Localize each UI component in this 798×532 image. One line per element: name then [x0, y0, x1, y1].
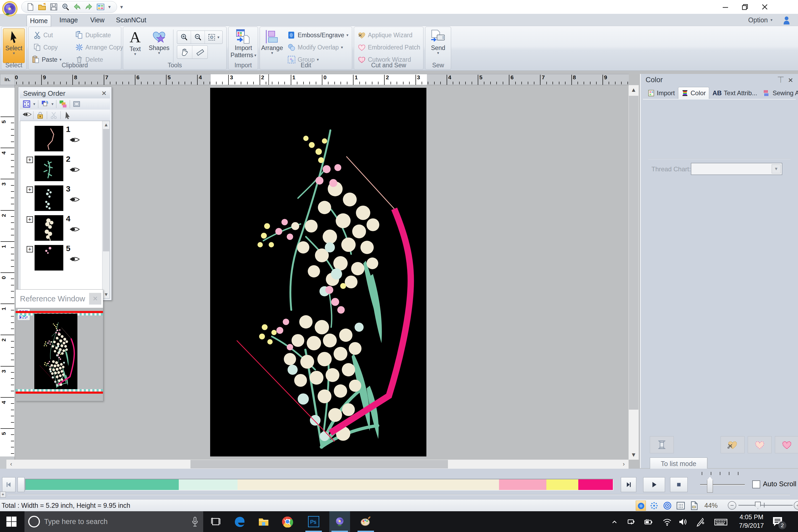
chrome-icon[interactable] [277, 511, 298, 532]
tab-home[interactable]: Home [26, 15, 51, 26]
tab-scanncut[interactable]: ScanNCut [114, 14, 148, 26]
option-menu[interactable]: Option▾ [748, 14, 773, 26]
auto-scroll-checkbox[interactable] [752, 480, 760, 488]
app-logo-flower-icon[interactable] [2, 1, 18, 17]
edge-browser-icon[interactable] [229, 511, 250, 532]
expand-plus-icon[interactable]: + [26, 157, 33, 163]
taskbar-clock[interactable]: 4:05 PM 7/9/2017 [737, 513, 766, 530]
user-account-icon[interactable] [783, 16, 791, 24]
tray-pen-icon[interactable] [696, 517, 705, 527]
so-overlap-icon[interactable] [41, 100, 49, 108]
sewing-order-item[interactable]: 1 [20, 125, 110, 155]
microphone-icon[interactable] [191, 517, 198, 527]
status-document-icon[interactable] [689, 500, 699, 511]
tray-volume-icon[interactable] [678, 517, 688, 527]
tray-battery-icon[interactable] [644, 517, 653, 527]
sewing-order-scrollbar[interactable]: ▲▼ [102, 121, 110, 298]
tab-sewing-attributes[interactable]: Sewing At... [760, 87, 798, 99]
task-view-button[interactable] [205, 511, 226, 532]
go-to-start-button[interactable] [2, 477, 15, 492]
thread-chart-select[interactable]: ▼ [691, 163, 782, 175]
vertical-scrollbar-thumb[interactable] [629, 96, 639, 410]
sewing-item-thumbnail[interactable] [35, 126, 63, 151]
measure-button[interactable] [192, 46, 208, 58]
import-patterns-button[interactable]: Import Patterns▾ [230, 29, 257, 63]
scroll-up-icon[interactable]: ▲ [629, 85, 639, 95]
sewing-item-thumbnail[interactable] [35, 245, 63, 270]
design-settings-icon[interactable] [97, 3, 104, 11]
so-color-blocks-icon[interactable] [59, 100, 67, 108]
sewing-order-item[interactable]: +5 [20, 244, 110, 274]
design-canvas[interactable] [210, 88, 426, 456]
zoom-slider-track[interactable] [738, 505, 793, 506]
tray-power-icon[interactable] [626, 517, 636, 527]
copy-button[interactable]: Copy [33, 43, 58, 51]
sewing-order-titlebar[interactable]: Sewing Order ✕ [20, 88, 110, 98]
pan-button[interactable] [177, 46, 192, 58]
tab-text-attributes[interactable]: AB Text Attrib... [709, 87, 760, 99]
duplicate-button[interactable]: Duplicate [75, 31, 111, 39]
so-scissors-icon[interactable] [50, 111, 58, 119]
stitch-progress-handle[interactable] [18, 477, 24, 492]
so-lock-icon[interactable] [36, 111, 44, 119]
patch-filled-heart-button[interactable] [775, 436, 798, 453]
speed-slider-thumb[interactable] [707, 477, 713, 493]
play-button[interactable] [643, 477, 665, 492]
canvas-horizontal-scrollbar[interactable]: ‹ › [6, 460, 629, 469]
scroll-down-icon[interactable]: ▼ [629, 450, 639, 460]
qat-dropdown-icon[interactable]: ▾ [108, 4, 111, 10]
emboss-engrave-button[interactable]: Emboss/Engrave ▾ [288, 31, 348, 39]
notification-center-icon[interactable]: 2 [772, 515, 784, 528]
maximize-button[interactable] [736, 0, 754, 14]
open-folder-icon[interactable] [38, 3, 46, 11]
redo-icon[interactable] [85, 3, 93, 11]
sewing-order-item[interactable]: +4 [20, 214, 110, 244]
undo-icon[interactable] [73, 3, 81, 11]
sewing-order-item[interactable]: +2 [20, 155, 110, 184]
zoom-in-icon[interactable]: + [794, 501, 798, 510]
patch-outline-heart-button[interactable] [748, 436, 772, 453]
sewing-order-item[interactable]: +3 [20, 184, 110, 214]
expand-plus-icon[interactable]: + [26, 216, 33, 223]
scroll-left-icon[interactable]: ‹ [6, 460, 16, 469]
send-button[interactable]: Send ▾ [428, 29, 449, 63]
thread-spool-button[interactable] [650, 436, 674, 453]
close-button[interactable] [756, 0, 774, 14]
zoom-out-icon[interactable]: − [728, 501, 736, 510]
file-explorer-icon[interactable] [253, 511, 274, 532]
pin-icon[interactable]: ⏉ [778, 77, 784, 83]
modify-overlap-button[interactable]: Modify Overlap ▾ [288, 43, 343, 51]
status-stitch-view-icon[interactable] [649, 500, 659, 511]
reference-window-close-icon[interactable]: ✕ [89, 293, 101, 305]
cut-button[interactable]: Cut [33, 31, 53, 39]
sewing-item-thumbnail[interactable] [35, 185, 63, 211]
splitter-handle[interactable]: + [0, 492, 6, 497]
text-tool-button[interactable]: A Text ▾ [126, 29, 145, 63]
sewing-item-thumbnail[interactable] [35, 215, 63, 241]
pe-design-taskbar-icon[interactable] [329, 511, 350, 532]
visibility-eye-icon[interactable] [70, 166, 80, 173]
zoom-slider-thumb[interactable] [755, 502, 761, 509]
applique-wizard-button[interactable]: Applique Wizard [358, 31, 412, 39]
status-grid-icon[interactable] [676, 500, 686, 511]
taskbar-search-box[interactable]: Type here to search [24, 511, 203, 532]
status-design-property-icon[interactable] [636, 500, 646, 511]
minimize-button[interactable] [716, 0, 735, 14]
status-realistic-view-icon[interactable] [662, 500, 672, 511]
zoom-icon[interactable] [61, 3, 70, 11]
tray-keyboard-icon[interactable] [714, 517, 727, 527]
to-list-mode-button[interactable]: To list mode [650, 457, 707, 470]
start-button[interactable] [6, 516, 17, 527]
so-frame-icon[interactable] [73, 100, 81, 108]
applique-heart-button[interactable] [721, 436, 744, 453]
select-button[interactable]: Select ▾ [3, 28, 25, 63]
paint-app-icon[interactable] [355, 511, 376, 532]
visibility-eye-icon[interactable] [70, 226, 80, 233]
zoom-in-button[interactable] [177, 31, 191, 44]
speed-slider-track[interactable] [700, 484, 745, 486]
qat-overflow-icon[interactable]: ▾ [120, 4, 123, 10]
tab-import[interactable]: Import [645, 87, 678, 99]
tray-expand-icon[interactable] [610, 518, 620, 528]
sewing-item-thumbnail[interactable] [35, 156, 63, 181]
arrange-button[interactable]: Arrange ▾ [262, 29, 282, 63]
